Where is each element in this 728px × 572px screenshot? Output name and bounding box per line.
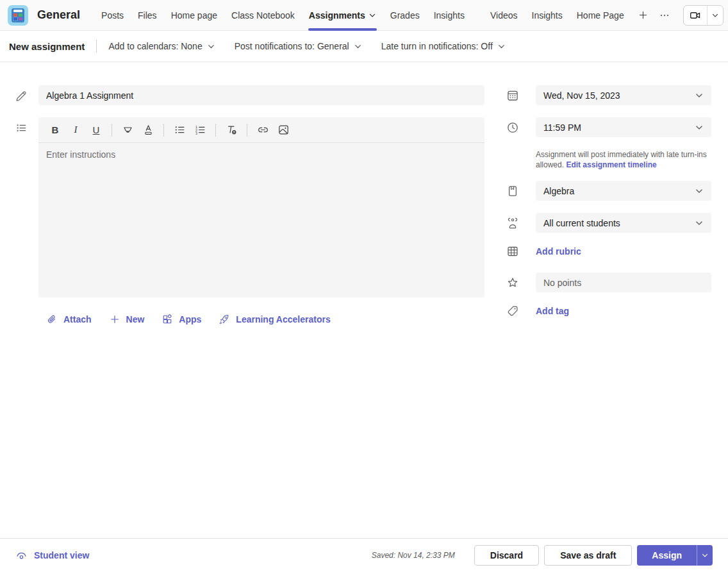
bold-button[interactable]: B <box>45 120 65 140</box>
add-to-calendars-dropdown[interactable]: Add to calendars: None <box>108 41 215 51</box>
instructions-row: B I U <box>15 117 484 298</box>
assignment-content-column: B I U <box>15 85 484 325</box>
channel-header: General Posts Files Home page Class Note… <box>0 0 728 31</box>
insert-image-button[interactable] <box>273 120 294 140</box>
due-time-select[interactable]: 11:59 PM <box>536 117 711 137</box>
paperclip-icon <box>46 314 58 325</box>
calendar-icon <box>506 89 519 102</box>
link-icon <box>257 124 269 136</box>
class-row: Algebra <box>506 181 711 201</box>
assign-options-button[interactable] <box>697 545 713 566</box>
student-view-button[interactable]: Student view <box>15 550 89 562</box>
highlight-button[interactable] <box>117 120 138 140</box>
pencil-icon <box>15 85 38 102</box>
bulleted-list-button[interactable] <box>169 120 190 140</box>
points-row <box>506 273 711 292</box>
tab-videos[interactable]: Videos <box>483 0 525 31</box>
more-options-button[interactable] <box>655 7 674 24</box>
tab-posts[interactable]: Posts <box>94 0 131 31</box>
due-date-row: Wed, Nov 15, 2023 <box>506 85 711 105</box>
tag-icon <box>506 305 519 317</box>
tab-home-page[interactable]: Home page <box>164 0 224 31</box>
font-color-icon <box>142 124 154 136</box>
tab-insights[interactable]: Insights <box>427 0 472 31</box>
tab-home-page-2[interactable]: Home Page <box>570 0 631 31</box>
insert-link-button[interactable] <box>252 120 273 140</box>
assignment-settings-bar: New assignment Add to calendars: None Po… <box>0 31 728 62</box>
tab-class-notebook[interactable]: Class Notebook <box>224 0 302 31</box>
clock-icon <box>506 121 519 134</box>
font-color-button[interactable] <box>138 120 158 140</box>
rubric-row: Add rubric <box>506 245 711 258</box>
tab-grades[interactable]: Grades <box>383 0 427 31</box>
toolbar-divider <box>112 124 112 137</box>
star-icon <box>506 276 519 289</box>
chevron-down-icon <box>695 123 704 132</box>
bulleted-list-icon <box>174 124 186 136</box>
chevron-down-icon <box>695 187 704 196</box>
add-tab-button[interactable] <box>631 10 655 21</box>
tab-assignments[interactable]: Assignments <box>302 0 383 31</box>
toolbar-divider <box>247 124 247 137</box>
chevron-down-icon <box>695 91 704 100</box>
italic-button[interactable]: I <box>65 120 86 140</box>
assign-to-select[interactable]: All current students <box>536 213 711 233</box>
add-tag-button[interactable]: Add tag <box>536 306 569 316</box>
class-select[interactable]: Algebra <box>536 181 711 201</box>
attach-button[interactable]: Attach <box>46 314 92 325</box>
assign-button[interactable]: Assign <box>637 545 697 566</box>
channel-title: General <box>37 8 80 22</box>
chevron-down-icon <box>497 42 506 51</box>
add-rubric-button[interactable]: Add rubric <box>536 246 581 257</box>
late-turn-in-dropdown[interactable]: Late turn in notifications: Off <box>381 41 506 51</box>
title-row <box>15 85 484 105</box>
toolbar-divider <box>215 124 216 137</box>
channel-tabs: Posts Files Home page Class Notebook Ass… <box>94 0 655 31</box>
assign-to-row: All current students <box>506 213 711 233</box>
toolbar-divider <box>163 124 164 137</box>
tab-insights-2[interactable]: Insights <box>525 0 570 31</box>
notebook-icon <box>506 185 519 198</box>
numbered-list-icon <box>194 124 206 136</box>
schedule-note: Assignment will post immediately with la… <box>536 149 711 170</box>
plus-icon <box>109 314 120 325</box>
new-file-button[interactable]: New <box>109 314 145 325</box>
tab-files[interactable]: Files <box>131 0 164 31</box>
action-footer: Student view Saved: Nov 14, 2:33 PM Disc… <box>0 538 728 572</box>
eye-icon <box>15 550 28 562</box>
points-input[interactable] <box>536 273 711 292</box>
post-notifications-dropdown[interactable]: Post notifications to: General <box>235 41 362 51</box>
meet-now-button[interactable] <box>684 6 707 25</box>
calculator-icon <box>12 8 24 22</box>
chevron-down-icon <box>695 219 704 228</box>
video-camera-icon <box>689 9 702 22</box>
chevron-down-icon <box>354 42 362 51</box>
save-as-draft-button[interactable]: Save as draft <box>544 545 632 566</box>
instructions-list-icon <box>15 117 38 134</box>
apps-grid-icon <box>161 314 173 325</box>
rubric-grid-icon <box>506 245 519 258</box>
assignment-title-input[interactable] <box>38 85 484 105</box>
assignment-form: B I U <box>0 63 728 538</box>
assignment-details-column: Wed, Nov 15, 2023 11:59 PM Assignment wi… <box>506 85 711 332</box>
assign-split-button: Assign <box>637 545 713 566</box>
meet-split-button <box>683 5 724 26</box>
edit-timeline-link[interactable]: Edit assignment timeline <box>566 160 656 169</box>
people-icon <box>506 217 519 230</box>
page-title: New assignment <box>9 41 85 52</box>
apps-button[interactable]: Apps <box>161 314 201 325</box>
save-status-text: Saved: Nov 14, 2:33 PM <box>372 551 455 560</box>
due-date-select[interactable]: Wed, Nov 15, 2023 <box>536 85 711 105</box>
instructions-textarea[interactable] <box>38 143 484 298</box>
due-time-row: 11:59 PM <box>506 117 711 137</box>
team-avatar[interactable] <box>8 5 28 26</box>
attachment-actions: Attach New Apps Learning Accelerators <box>38 314 484 325</box>
discard-button[interactable]: Discard <box>474 545 539 566</box>
chevron-down-icon <box>701 551 709 559</box>
clear-formatting-button[interactable] <box>221 120 242 140</box>
underline-button[interactable]: U <box>86 120 106 140</box>
numbered-list-button[interactable] <box>190 120 210 140</box>
image-icon <box>277 124 290 136</box>
learning-accelerators-button[interactable]: Learning Accelerators <box>219 314 330 325</box>
meet-options-button[interactable] <box>707 6 723 25</box>
